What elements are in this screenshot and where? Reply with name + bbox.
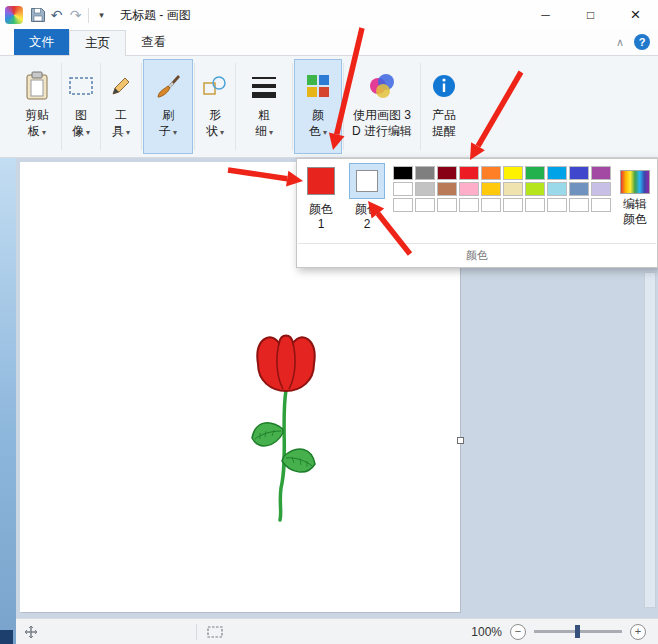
chevron-down-icon: ▾ (99, 10, 104, 20)
palette-cell-r1c7[interactable] (525, 166, 545, 180)
titlebar: ↶ ↷ ▾ 无标题 - 画图 ─ □ × (0, 0, 658, 30)
shapes-icon (202, 66, 228, 106)
palette-cell-r1c5[interactable] (481, 166, 501, 180)
undo-icon: ↶ (51, 7, 63, 23)
ribbon-group-size[interactable]: 粗细▾ (237, 59, 291, 154)
desktop-background (0, 630, 13, 644)
statusbar: 100% − + (16, 618, 658, 644)
chevron-down-icon: ▾ (42, 128, 46, 137)
canvas-resize-handle[interactable] (457, 437, 464, 444)
colors-dropdown-panel: 颜色1 颜色2 编辑颜色 颜色 (296, 158, 658, 268)
tab-view[interactable]: 查看 (126, 29, 181, 55)
save-icon (30, 7, 46, 23)
chevron-down-icon: ▾ (86, 128, 90, 137)
palette-cell-r3c8[interactable] (547, 198, 567, 212)
ribbon-home: 剪贴板▾ 图像▾ 工具▾ (0, 56, 658, 158)
colors-group-caption: 颜色 (298, 243, 656, 266)
color1-swatch (307, 167, 335, 195)
ribbon-group-colors[interactable]: 颜色▾ (294, 59, 342, 154)
palette-cell-r2c5[interactable] (481, 182, 501, 196)
ribbon-group-tools[interactable]: 工具▾ (102, 59, 140, 154)
palette-cell-r2c7[interactable] (525, 182, 545, 196)
zoom-level: 100% (471, 625, 502, 639)
ribbon-group-paint3d[interactable]: 使用画图 3D 进行编辑 (345, 59, 419, 154)
palette-cell-r1c4[interactable] (459, 166, 479, 180)
info-icon (431, 66, 457, 106)
palette-cell-r3c10[interactable] (591, 198, 611, 212)
palette-cell-r2c2[interactable] (415, 182, 435, 196)
palette-cell-r1c9[interactable] (569, 166, 589, 180)
palette-cell-r2c6[interactable] (503, 182, 523, 196)
ribbon-group-product-alerts[interactable]: 产品提醒 (422, 59, 466, 154)
close-button[interactable]: × (613, 0, 658, 30)
palette-cell-r3c9[interactable] (569, 198, 589, 212)
redo-button[interactable]: ↷ (66, 4, 85, 26)
paint3d-icon (367, 66, 397, 106)
ribbon-group-image[interactable]: 图像▾ (63, 59, 99, 154)
palette-cell-r3c6[interactable] (503, 198, 523, 212)
chevron-down-icon: ▾ (269, 128, 273, 137)
palette-cell-r3c2[interactable] (415, 198, 435, 212)
tab-home[interactable]: 主页 (69, 30, 126, 56)
ribbon-group-brushes[interactable]: 刷子▾ (143, 59, 193, 154)
palette-cell-r3c7[interactable] (525, 198, 545, 212)
palette-cell-r1c3[interactable] (437, 166, 457, 180)
ribbon-group-clipboard[interactable]: 剪贴板▾ (14, 59, 60, 154)
undo-button[interactable]: ↶ (47, 4, 66, 26)
ribbon-tabs: 文件 主页 查看 (0, 30, 658, 56)
desktop-background (0, 158, 16, 644)
palette-cell-r1c1[interactable] (393, 166, 413, 180)
flower-drawing (250, 328, 345, 528)
palette-cell-r2c10[interactable] (591, 182, 611, 196)
paint-window: ↶ ↷ ▾ 无标题 - 画图 ─ □ × 文件 主页 查看 ∧ ? (0, 0, 658, 644)
vertical-scrollbar[interactable] (644, 272, 656, 608)
save-button[interactable] (28, 4, 47, 26)
help-icon[interactable]: ? (634, 34, 650, 50)
cursor-position-icon (24, 625, 38, 639)
paint-app-icon[interactable] (5, 6, 23, 24)
edit-colors-icon (620, 170, 650, 194)
line-thickness-icon (250, 66, 278, 106)
palette-cell-r2c4[interactable] (459, 182, 479, 196)
clipboard-icon (24, 66, 50, 106)
collapse-ribbon-icon[interactable]: ∧ (616, 36, 624, 49)
maximize-icon: □ (587, 8, 594, 22)
palette-cell-r2c8[interactable] (547, 182, 567, 196)
palette-cell-r2c1[interactable] (393, 182, 413, 196)
quick-access-dropdown[interactable]: ▾ (92, 4, 111, 26)
palette-cell-r1c10[interactable] (591, 166, 611, 180)
palette-cell-r1c6[interactable] (503, 166, 523, 180)
zoom-slider-thumb[interactable] (575, 625, 580, 638)
palette-cell-r3c4[interactable] (459, 198, 479, 212)
zoom-out-button[interactable]: − (510, 624, 526, 640)
selection-size-icon (207, 626, 223, 638)
palette-cell-r2c9[interactable] (569, 182, 589, 196)
color1-button[interactable]: 颜色1 (299, 163, 343, 232)
color-grid-icon (305, 66, 331, 106)
palette-cell-r1c8[interactable] (547, 166, 567, 180)
palette-cell-r2c3[interactable] (437, 182, 457, 196)
select-icon (68, 66, 94, 106)
divider (88, 8, 89, 23)
palette-cell-r3c5[interactable] (481, 198, 501, 212)
zoom-in-button[interactable]: + (630, 624, 646, 640)
palette-cell-r1c2[interactable] (415, 166, 435, 180)
chevron-down-icon: ▾ (173, 128, 177, 137)
palette-cell-r3c3[interactable] (437, 198, 457, 212)
maximize-button[interactable]: □ (568, 0, 613, 30)
zoom-out-icon: − (515, 626, 521, 637)
color2-button[interactable]: 颜色2 (345, 163, 389, 232)
chevron-down-icon: ▾ (323, 128, 327, 137)
ribbon-group-shapes[interactable]: 形状▾ (196, 59, 234, 154)
palette-cell-r3c1[interactable] (393, 198, 413, 212)
chevron-down-icon: ▾ (126, 128, 130, 137)
zoom-slider[interactable] (534, 630, 622, 633)
zoom-in-icon: + (635, 626, 641, 637)
tab-file[interactable]: 文件 (14, 29, 69, 55)
brush-icon (155, 66, 181, 106)
edit-colors-button[interactable]: 编辑颜色 (614, 163, 656, 227)
minimize-button[interactable]: ─ (523, 0, 568, 30)
color-palette-grid (393, 166, 611, 212)
redo-icon: ↷ (70, 7, 82, 23)
chevron-down-icon: ▾ (220, 128, 224, 137)
